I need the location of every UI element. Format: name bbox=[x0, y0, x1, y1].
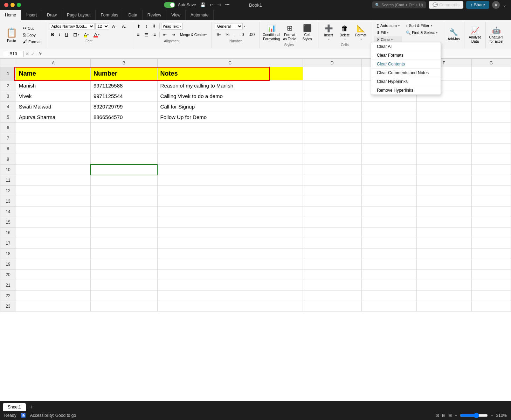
list-item[interactable] bbox=[16, 186, 90, 196]
list-item[interactable] bbox=[16, 290, 90, 301]
decrease-indent-button[interactable]: ⇤ bbox=[161, 31, 169, 38]
increase-indent-button[interactable]: ⇥ bbox=[170, 31, 177, 38]
list-item[interactable] bbox=[361, 175, 416, 186]
col-header-C[interactable]: C bbox=[157, 59, 303, 67]
row-number-19[interactable]: 19 bbox=[0, 259, 16, 270]
zoom-out-button[interactable]: − bbox=[455, 413, 457, 418]
list-item[interactable] bbox=[361, 112, 416, 122]
list-item[interactable] bbox=[303, 290, 361, 301]
row-number-20[interactable]: 20 bbox=[0, 270, 16, 280]
list-item[interactable] bbox=[303, 102, 361, 112]
analyse-data-button[interactable]: 📈 Analyse Data bbox=[467, 25, 483, 45]
list-item[interactable]: 8866564570 bbox=[90, 112, 157, 122]
row-number-12[interactable]: 12 bbox=[0, 186, 16, 196]
cell-styles-button[interactable]: ⬛ Cell Styles bbox=[299, 23, 315, 42]
list-item[interactable]: Manish bbox=[16, 80, 90, 91]
list-item[interactable] bbox=[471, 154, 511, 164]
row-number-14[interactable]: 14 bbox=[0, 206, 16, 217]
list-item[interactable] bbox=[157, 164, 303, 175]
tab-draw[interactable]: Draw bbox=[42, 10, 62, 20]
list-item[interactable] bbox=[16, 133, 90, 144]
list-item[interactable] bbox=[157, 280, 303, 290]
window-controls[interactable] bbox=[4, 3, 21, 7]
list-item[interactable] bbox=[157, 133, 303, 144]
conditional-formatting-button[interactable]: 📊 Conditional Formatting bbox=[263, 23, 280, 42]
list-item[interactable] bbox=[416, 102, 471, 112]
list-item[interactable] bbox=[90, 164, 157, 175]
list-item[interactable] bbox=[416, 290, 471, 301]
list-item[interactable] bbox=[157, 227, 303, 238]
page-layout-icon[interactable]: ⊟ bbox=[442, 413, 446, 418]
list-item[interactable] bbox=[471, 290, 511, 301]
increase-decimal-button[interactable]: .0 bbox=[238, 31, 246, 38]
comma-button[interactable]: , bbox=[232, 31, 237, 38]
list-item[interactable] bbox=[16, 270, 90, 280]
delete-cells-button[interactable]: 🗑 Delete ▾ bbox=[337, 23, 352, 42]
list-item[interactable]: Name bbox=[16, 67, 90, 80]
list-item[interactable] bbox=[303, 144, 361, 154]
more-icon[interactable]: ••• bbox=[225, 2, 230, 7]
list-item[interactable] bbox=[471, 238, 511, 248]
tab-home[interactable]: Home bbox=[0, 10, 21, 20]
col-header-B[interactable]: B bbox=[90, 59, 157, 67]
row-number-2[interactable]: 2 bbox=[0, 80, 16, 91]
list-item[interactable] bbox=[157, 196, 303, 206]
list-item[interactable] bbox=[90, 217, 157, 227]
clear-hyperlinks-option[interactable]: Clear Hyperlinks bbox=[371, 77, 441, 86]
format-as-table-button[interactable]: ⊞ Format as Table bbox=[282, 23, 298, 42]
row-number-15[interactable]: 15 bbox=[0, 217, 16, 227]
list-item[interactable] bbox=[157, 248, 303, 259]
list-item[interactable] bbox=[303, 80, 361, 91]
list-item[interactable] bbox=[303, 206, 361, 217]
border-button[interactable]: ⊟▾ bbox=[71, 31, 81, 38]
row-number-10[interactable]: 10 bbox=[0, 164, 16, 175]
list-item[interactable]: Number bbox=[90, 67, 157, 80]
list-item[interactable] bbox=[303, 112, 361, 122]
list-item[interactable]: 9971125544 bbox=[90, 91, 157, 102]
copy-button[interactable]: ⎘ Copy bbox=[20, 32, 43, 38]
list-item[interactable] bbox=[16, 122, 90, 133]
list-item[interactable]: Vivek bbox=[16, 91, 90, 102]
fill-button[interactable]: ⬇ Fill ▾ bbox=[374, 29, 402, 36]
collapse-ribbon-icon[interactable]: ⌄ bbox=[503, 2, 507, 8]
list-item[interactable] bbox=[157, 301, 303, 312]
remove-hyperlinks-option[interactable]: Remove Hyperlinks bbox=[371, 86, 441, 94]
row-number-3[interactable]: 3 bbox=[0, 91, 16, 102]
list-item[interactable] bbox=[16, 206, 90, 217]
align-middle-button[interactable]: ↕ bbox=[143, 23, 150, 30]
list-item[interactable] bbox=[361, 270, 416, 280]
list-item[interactable] bbox=[157, 186, 303, 196]
list-item[interactable] bbox=[416, 164, 471, 175]
list-item[interactable] bbox=[416, 248, 471, 259]
percent-button[interactable]: % bbox=[223, 31, 232, 38]
sheet-tab-sheet1[interactable]: Sheet1 bbox=[3, 403, 26, 411]
list-item[interactable] bbox=[361, 196, 416, 206]
list-item[interactable] bbox=[303, 270, 361, 280]
list-item[interactable]: Apurva Sharma bbox=[16, 112, 90, 122]
zoom-slider[interactable] bbox=[460, 413, 488, 418]
list-item[interactable] bbox=[361, 217, 416, 227]
merge-center-button[interactable]: Merge & Centre ▾ bbox=[178, 31, 209, 38]
row-number-21[interactable]: 21 bbox=[0, 280, 16, 290]
list-item[interactable] bbox=[361, 238, 416, 248]
list-item[interactable] bbox=[416, 238, 471, 248]
list-item[interactable] bbox=[303, 133, 361, 144]
sort-filter-button[interactable]: ↕ Sort & Filter ▾ bbox=[403, 22, 440, 29]
list-item[interactable] bbox=[416, 280, 471, 290]
list-item[interactable] bbox=[361, 102, 416, 112]
list-item[interactable] bbox=[361, 290, 416, 301]
list-item[interactable]: Calling Vivek to do a demo bbox=[157, 91, 303, 102]
row-number-18[interactable]: 18 bbox=[0, 248, 16, 259]
list-item[interactable] bbox=[471, 186, 511, 196]
tab-data[interactable]: Data bbox=[123, 10, 142, 20]
list-item[interactable] bbox=[416, 144, 471, 154]
format-cells-button[interactable]: 📐 Format ▾ bbox=[353, 23, 368, 42]
list-item[interactable] bbox=[416, 270, 471, 280]
list-item[interactable] bbox=[471, 164, 511, 175]
col-header-D[interactable]: D bbox=[303, 59, 361, 67]
list-item[interactable] bbox=[303, 175, 361, 186]
list-item[interactable] bbox=[303, 164, 361, 175]
tab-insert[interactable]: Insert bbox=[21, 10, 42, 20]
tab-review[interactable]: Review bbox=[143, 10, 166, 20]
align-bottom-button[interactable]: ⬇ bbox=[150, 23, 158, 30]
